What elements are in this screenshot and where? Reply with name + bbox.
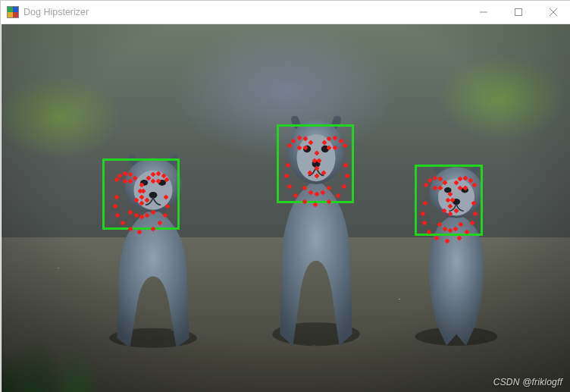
image-viewport: CSDN @friklogff — [2, 24, 570, 392]
window-title: Dog Hipsterizer — [23, 1, 466, 24]
scene-foliage — [2, 278, 130, 392]
svg-rect-0 — [515, 9, 522, 16]
minimize-button[interactable] — [466, 1, 501, 24]
window-controls — [466, 1, 570, 24]
watermark: CSDN @friklogff — [493, 377, 562, 387]
close-button[interactable] — [536, 1, 570, 24]
titlebar[interactable]: Dog Hipsterizer — [1, 1, 570, 24]
application-window: Dog Hipsterizer CSDN @friklogff — [0, 0, 570, 392]
maximize-button[interactable] — [501, 1, 536, 24]
app-icon — [7, 6, 19, 18]
